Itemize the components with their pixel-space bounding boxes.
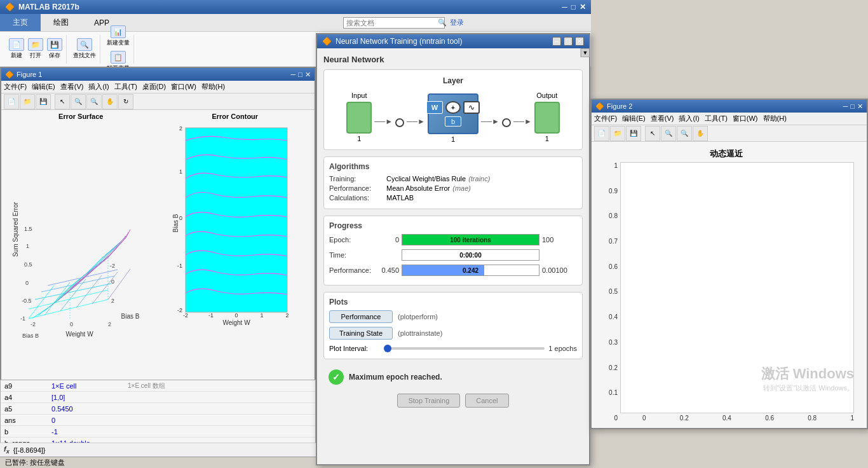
fig2-pointer-btn[interactable]: ↖: [645, 126, 660, 141]
nn-layer-label: Layer: [443, 76, 463, 85]
fig2-menu-window[interactable]: 窗口(W): [733, 114, 758, 123]
newvar-button[interactable]: 📊 新建变量: [105, 24, 131, 48]
fig1-menu-view[interactable]: 查看(V): [60, 82, 84, 92]
workspace-row-a5[interactable]: a5 0.5450: [1, 403, 315, 415]
fig1-zoom-out-btn[interactable]: 🔍: [86, 94, 102, 109]
fig2-menu-help[interactable]: 帮助(H): [763, 114, 787, 123]
nn-layer-box: W + ∿ b: [428, 93, 478, 134]
fig1-menu-file[interactable]: 文件(F): [4, 82, 27, 92]
restore-icon[interactable]: □: [571, 3, 576, 11]
stop-training-button[interactable]: Stop Training: [397, 394, 460, 408]
nntrain-restore[interactable]: □: [564, 37, 573, 46]
close-icon[interactable]: ✕: [580, 3, 586, 11]
alg-code-perf: (mae): [452, 184, 471, 192]
fig2-new-btn[interactable]: 📄: [594, 126, 609, 141]
fig1-rotate-btn[interactable]: ↻: [118, 94, 133, 109]
fig1-menu-window[interactable]: 窗口(W): [171, 82, 196, 92]
fig2-menu-file[interactable]: 文件(F): [594, 114, 617, 123]
x-tick-1: 1: [850, 415, 854, 422]
trainstate-plot-button[interactable]: Training State: [329, 327, 393, 340]
figure2-restore[interactable]: □: [850, 102, 855, 111]
alg-row-training: Training: Cyclical Weight/Bias Rule (tra…: [329, 175, 577, 182]
figure1-minimize[interactable]: ─: [291, 71, 296, 78]
fig1-menu-desktop[interactable]: 桌面(D): [142, 82, 166, 92]
findfiles-button[interactable]: 🔍 查找文件: [72, 37, 97, 61]
nn-output-box: [534, 102, 560, 134]
fig2-open-btn[interactable]: 📁: [610, 126, 625, 141]
tab-home[interactable]: 主页: [0, 14, 41, 31]
tab-plot[interactable]: 绘图: [41, 14, 81, 31]
nn-arrow-1: ──►: [374, 117, 393, 126]
y-tick-06: 0.6: [609, 263, 618, 270]
fig1-new-btn[interactable]: 📄: [4, 94, 19, 109]
y-tick-05: 0.5: [609, 288, 618, 295]
minimize-icon[interactable]: ─: [562, 3, 567, 11]
scroll-dn-btn[interactable]: ▼: [581, 48, 590, 57]
fig2-menu-edit[interactable]: 编辑(E): [622, 114, 646, 123]
fig1-pan-btn[interactable]: ✋: [102, 94, 118, 109]
fig2-pan-btn[interactable]: ✋: [693, 126, 708, 141]
workspace-row-ans[interactable]: ans 0: [1, 415, 315, 426]
workspace-row-a9[interactable]: a9 1×E cell 1×E cell 数组: [1, 380, 315, 392]
ws-value-a5: 0.5450: [51, 405, 128, 413]
alg-row-calc: Calculations: MATLAB: [329, 194, 577, 202]
fig2-menu-insert[interactable]: 插入(I): [679, 114, 699, 123]
svg-text:0: 0: [70, 321, 73, 327]
save-button[interactable]: 💾 保存: [46, 37, 64, 61]
figure1-menubar: 文件(F) 编辑(E) 查看(V) 插入(I) 工具(T) 桌面(D) 窗口(W…: [1, 81, 315, 93]
svg-text:-0.5: -0.5: [22, 298, 32, 304]
slider-thumb[interactable]: [384, 345, 391, 352]
svg-text:-2: -2: [183, 312, 188, 319]
workspace-row-b[interactable]: b -1: [1, 426, 315, 437]
figure1-restore[interactable]: □: [298, 71, 302, 78]
fig1-menu-edit[interactable]: 编辑(E): [32, 82, 55, 92]
new-button[interactable]: 📄 新建: [8, 37, 25, 61]
cancel-button[interactable]: Cancel: [465, 394, 508, 408]
interval-slider[interactable]: [384, 343, 545, 354]
performance-plot-label: (plotperform): [398, 313, 438, 320]
ws-name-a5: a5: [1, 405, 51, 413]
fig2-zoom-out-btn[interactable]: 🔍: [677, 126, 692, 141]
fig2-menu-tools[interactable]: 工具(T): [705, 114, 728, 123]
nn-arrow-2: ──►: [407, 117, 425, 126]
fig1-menu-help[interactable]: 帮助(H): [201, 82, 225, 92]
figure1-icon: 🔶: [5, 71, 14, 79]
x-tick-04: 0.4: [722, 415, 731, 422]
svg-text:1: 1: [261, 312, 264, 319]
search-icon[interactable]: 🔍: [437, 18, 448, 27]
search-input[interactable]: [344, 19, 437, 27]
nntrain-scrollbar[interactable]: ▲ ▼: [580, 48, 589, 57]
y-tick-08: 0.8: [609, 212, 618, 219]
figure2-close[interactable]: ✕: [857, 102, 863, 111]
performance-plot-button[interactable]: Performance: [329, 310, 393, 323]
fig1-zoom-in-btn[interactable]: 🔍: [71, 94, 86, 109]
svg-text:Weight W: Weight W: [65, 331, 93, 338]
figure2-minimize[interactable]: ─: [843, 102, 848, 111]
perf-bar-text: 0.242: [402, 265, 539, 275]
fig1-save-btn[interactable]: 💾: [36, 94, 51, 109]
epoch-label: Epoch:: [329, 236, 380, 244]
fig2-menu-view[interactable]: 查看(V): [651, 114, 674, 123]
y-tick-03: 0.3: [609, 339, 618, 346]
nntrain-title: Neural Network Training (nntrain tool): [336, 37, 462, 46]
svg-marker-20: [86, 254, 107, 274]
fig1-menu-insert[interactable]: 插入(I): [88, 82, 109, 92]
nntrain-win-buttons: ─ □ ✕: [552, 37, 584, 46]
ribbon-group-findfiles: 🔍 查找文件: [69, 35, 100, 64]
fig2-save-btn[interactable]: 💾: [626, 126, 641, 141]
fig1-pointer-btn[interactable]: ↖: [55, 94, 70, 109]
login-button[interactable]: 登录: [450, 18, 464, 27]
ws-name-ans: ans: [1, 416, 51, 424]
figure1-close[interactable]: ✕: [305, 71, 311, 79]
search-bar[interactable]: 🔍: [343, 17, 445, 29]
fig2-zoom-in-btn[interactable]: 🔍: [661, 126, 676, 141]
open-button[interactable]: 📁 打开: [27, 37, 44, 61]
nntrain-minimize[interactable]: ─: [552, 37, 561, 46]
figure2-plot-area: 动态逼近 1 0.9 0.8 0.7 0.6 0.5 0.4 0.3 0.2 0…: [592, 142, 867, 428]
nn-sigmoid-box: ∿: [463, 101, 480, 114]
nntrain-close[interactable]: ✕: [575, 37, 584, 46]
ws-name-b: b: [1, 428, 51, 436]
fig1-open-btn[interactable]: 📁: [20, 94, 35, 109]
fig1-menu-tools[interactable]: 工具(T): [114, 82, 137, 92]
workspace-row-a4[interactable]: a4 [1,0]: [1, 392, 315, 403]
